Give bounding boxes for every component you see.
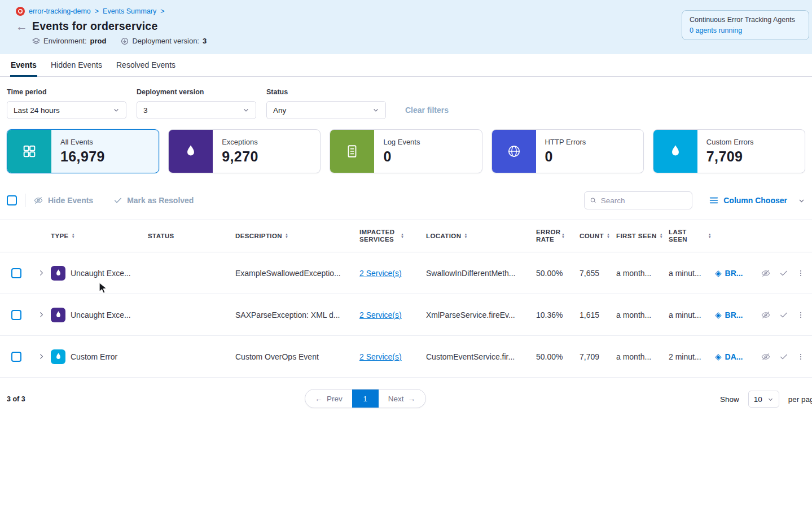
time-period-select[interactable]: Last 24 hours <box>7 101 126 119</box>
prev-page-button[interactable]: ← Prev <box>305 390 352 408</box>
sort-icon: ▲▼ <box>708 233 712 239</box>
environment-meta: Environment: prod <box>32 37 106 45</box>
deployment-label: Deployment version: <box>132 37 199 45</box>
sort-icon: ▲▼ <box>660 233 663 239</box>
column-header-type[interactable]: TYPE▲▼ <box>51 233 148 240</box>
document-icon <box>345 144 359 159</box>
event-count: 1,615 <box>580 310 616 320</box>
environment-label: Environment: <box>43 37 87 45</box>
mark-resolved-button[interactable]: Mark as Resolved <box>113 196 194 205</box>
card-value: 9,270 <box>222 148 258 165</box>
check-icon <box>779 269 788 278</box>
hide-event-icon[interactable] <box>761 352 771 362</box>
expand-row-button[interactable] <box>32 311 51 318</box>
agents-running-link[interactable]: 0 agents running <box>690 27 801 34</box>
column-header-description[interactable]: DESCRIPTION▲▼ <box>235 233 359 240</box>
next-page-button[interactable]: Next → <box>379 390 425 408</box>
row-menu-icon[interactable] <box>797 352 805 361</box>
deployment-version-select[interactable]: 3 <box>137 101 256 119</box>
search-icon <box>590 196 596 204</box>
row-checkbox[interactable] <box>11 352 21 362</box>
prev-label: Prev <box>327 395 343 403</box>
hide-event-icon[interactable] <box>761 268 771 278</box>
event-count: 7,655 <box>580 269 616 278</box>
version-diamond-icon: ◈ <box>715 310 722 319</box>
deployment-value: 3 <box>203 37 207 45</box>
card-value: 0 <box>383 148 420 165</box>
deployment-version-value: 3 <box>143 106 148 115</box>
event-description: Custom OverOps Event <box>235 352 359 361</box>
column-header-impacted-services[interactable]: IMPACTED SERVICES▲▼ <box>359 229 426 243</box>
row-checkbox[interactable] <box>11 268 21 278</box>
first-seen: a month... <box>616 269 669 278</box>
column-header-first-seen[interactable]: FIRST SEEN▲▼ <box>616 233 669 240</box>
row-checkbox[interactable] <box>11 310 21 320</box>
version-link[interactable]: BR... <box>725 310 743 320</box>
column-chooser-button[interactable]: Column Chooser <box>709 196 805 205</box>
impacted-services-link[interactable]: 2 Service(s) <box>359 269 402 278</box>
event-count: 7,709 <box>580 352 616 361</box>
row-menu-icon[interactable] <box>797 310 805 320</box>
resolve-event-icon[interactable] <box>779 310 788 320</box>
status-value: Any <box>273 106 286 115</box>
sort-icon: ▲▼ <box>607 233 610 239</box>
current-page-button[interactable]: 1 <box>352 390 379 408</box>
event-location: CustomEventService.fir... <box>426 352 536 361</box>
back-arrow-icon[interactable]: ← <box>16 21 26 32</box>
eye-slash-icon <box>761 310 771 320</box>
mark-resolved-label: Mark as Resolved <box>127 196 194 205</box>
tab-events[interactable]: Events <box>10 54 37 77</box>
chevron-down-icon <box>243 107 249 113</box>
sort-icon: ▲▼ <box>285 233 288 239</box>
breadcrumb-separator: > <box>95 7 99 15</box>
column-header-location[interactable]: LOCATION▲▼ <box>426 233 536 240</box>
column-header-count[interactable]: COUNT▲▼ <box>580 233 616 240</box>
page-header: error-tracking-demo > Events Summary > ←… <box>0 0 812 54</box>
page-size-control: Show 10 per page <box>720 391 812 408</box>
hide-events-button[interactable]: Hide Events <box>33 195 93 205</box>
status-select[interactable]: Any <box>266 101 386 119</box>
flame-icon <box>183 144 198 159</box>
select-all-checkbox[interactable] <box>7 195 17 205</box>
status-label: Status <box>266 88 386 96</box>
card-custom-errors[interactable]: Custom Errors 7,709 <box>653 129 805 173</box>
card-exceptions[interactable]: Exceptions 9,270 <box>168 129 321 173</box>
impacted-services-link[interactable]: 2 Service(s) <box>359 352 402 361</box>
first-seen: a month... <box>616 310 669 320</box>
page-size-select[interactable]: 10 <box>748 391 779 408</box>
card-http-errors[interactable]: HTTP Errors 0 <box>491 129 644 173</box>
version-link[interactable]: BR... <box>725 269 743 278</box>
column-header-error-rate[interactable]: ERROR RATE▲▼ <box>536 229 580 243</box>
tab-hidden-events[interactable]: Hidden Events <box>50 54 103 77</box>
deployment-version-label: Deployment version <box>137 88 256 96</box>
status-filter: Status Any <box>266 88 386 119</box>
exception-type-icon <box>51 308 65 322</box>
breadcrumb-separator: > <box>160 7 164 15</box>
card-label: All Events <box>60 138 105 146</box>
impacted-services-link[interactable]: 2 Service(s) <box>359 310 402 320</box>
deployment-icon <box>121 37 129 45</box>
row-count-summary: 3 of 3 <box>7 395 25 403</box>
resolve-event-icon[interactable] <box>779 269 788 278</box>
event-description: ExampleSwallowedExceptio... <box>235 269 359 278</box>
kebab-menu-icon <box>797 269 805 278</box>
breadcrumb-events-summary-link[interactable]: Events Summary <box>103 7 156 15</box>
app-logo-icon[interactable] <box>16 7 25 16</box>
column-header-status[interactable]: STATUS <box>148 233 235 240</box>
expand-row-button[interactable] <box>32 269 51 277</box>
flame-icon <box>54 310 63 319</box>
card-all-events[interactable]: All Events 16,979 <box>7 129 159 173</box>
row-menu-icon[interactable] <box>797 269 805 278</box>
breadcrumb-project-link[interactable]: error-tracking-demo <box>29 7 91 15</box>
version-link[interactable]: DA... <box>725 352 743 361</box>
tab-resolved-events[interactable]: Resolved Events <box>116 54 176 77</box>
card-log-events[interactable]: Log Events 0 <box>330 129 482 173</box>
column-header-last-seen[interactable]: LAST SEEN▲▼ <box>669 229 715 243</box>
event-type: Uncaught Exce... <box>71 269 137 278</box>
search-input[interactable] <box>601 196 687 205</box>
expand-row-button[interactable] <box>32 353 51 360</box>
clear-filters-button[interactable]: Clear filters <box>405 106 449 119</box>
first-seen: a month... <box>616 352 669 361</box>
resolve-event-icon[interactable] <box>779 352 788 361</box>
hide-event-icon[interactable] <box>761 310 771 320</box>
